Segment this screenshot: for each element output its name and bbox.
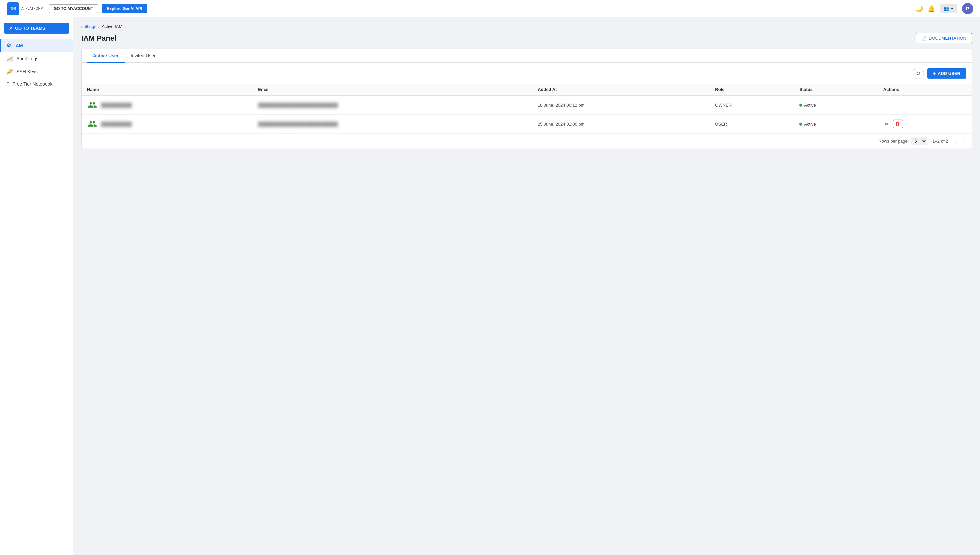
row2-status: Active xyxy=(794,115,878,133)
delete-button[interactable]: 🗑 xyxy=(893,120,903,128)
next-page-button[interactable]: › xyxy=(961,138,966,145)
sidebar-item-label-free-tier: Free Tier Notebook xyxy=(13,81,53,87)
table-row: ██████████ ██████████████████████████ 25… xyxy=(82,115,972,133)
logo: TIR AI PLATFORM xyxy=(6,2,43,15)
col-name: Name xyxy=(82,83,253,96)
sidebar-item-label-ssh-keys: SSH Keys xyxy=(16,69,38,74)
arrow-icon: ↗ xyxy=(9,26,12,30)
sidebar-item-label-iam: IAM xyxy=(14,43,23,48)
sidebar-item-free-tier[interactable]: F Free Tier Notebook xyxy=(0,78,73,90)
col-email: Email xyxy=(253,83,532,96)
sidebar: ↗ GO TO TEAMS ⚙ IAM 📈 Audit Logs 🔑 SSH K… xyxy=(0,17,73,555)
row2-email-text: ██████████████████████████ xyxy=(258,122,338,127)
header-right: 🌙 🔔 👥 ▾ P xyxy=(916,3,974,14)
edit-button[interactable]: ✏ xyxy=(883,120,890,128)
free-tier-icon: F xyxy=(6,81,9,87)
team-icon: 👥 xyxy=(944,6,949,11)
sidebar-item-label-audit-logs: Audit Logs xyxy=(16,56,39,61)
col-status: Status xyxy=(794,83,878,96)
table-body: ██████████ ██████████████████████████ 18… xyxy=(82,96,972,133)
refresh-button[interactable]: ↻ xyxy=(913,67,924,79)
sidebar-item-ssh-keys[interactable]: 🔑 SSH Keys xyxy=(0,65,73,78)
team-dropdown-icon: ▾ xyxy=(951,6,953,11)
iam-panel: Active User Invited User ↻ + ADD USER Na… xyxy=(81,49,972,149)
status-text: Active xyxy=(804,122,816,127)
table-toolbar: ↻ + ADD USER xyxy=(82,63,972,83)
col-actions: Actions xyxy=(878,83,972,96)
refresh-icon: ↻ xyxy=(916,70,921,77)
team-selector-button[interactable]: 👥 ▾ xyxy=(940,4,958,13)
row1-name: ██████████ xyxy=(82,96,253,115)
row1-email-text: ██████████████████████████ xyxy=(258,103,338,107)
row2-role: USER xyxy=(710,115,794,133)
doc-icon: 📄 xyxy=(921,36,927,41)
sidebar-item-iam[interactable]: ⚙ IAM xyxy=(0,39,73,52)
breadcrumb-separator: › xyxy=(98,24,100,29)
user-icon xyxy=(87,119,98,129)
logo-subtext: AI PLATFORM xyxy=(21,6,43,10)
ssh-keys-icon: 🔑 xyxy=(6,68,13,75)
page-info: 1–2 of 2 xyxy=(932,139,948,144)
page-navigation: ‹ › xyxy=(953,138,966,145)
row1-email: ██████████████████████████ xyxy=(253,96,532,115)
row2-name-text: ██████████ xyxy=(101,122,132,127)
iam-icon: ⚙ xyxy=(6,42,11,49)
row2-email: ██████████████████████████ xyxy=(253,115,532,133)
user-avatar[interactable]: P xyxy=(962,3,974,14)
row1-actions xyxy=(878,96,972,115)
users-table: Name Email Added At Role Status Actions xyxy=(82,83,972,133)
audit-logs-icon: 📈 xyxy=(6,55,13,62)
tabs-bar: Active User Invited User xyxy=(82,49,972,63)
add-user-button[interactable]: + ADD USER xyxy=(927,68,967,79)
status-dot xyxy=(799,104,802,107)
page-title: IAM Panel xyxy=(81,34,116,43)
bell-icon[interactable]: 🔔 xyxy=(928,5,935,12)
row1-added-at: 18 June, 2024 06:12 pm xyxy=(532,96,710,115)
row2-actions: ✏ 🗑 xyxy=(878,115,972,133)
table-row: ██████████ ██████████████████████████ 18… xyxy=(82,96,972,115)
prev-page-button[interactable]: ‹ xyxy=(953,138,959,145)
col-role: Role xyxy=(710,83,794,96)
sidebar-item-audit-logs[interactable]: 📈 Audit Logs xyxy=(0,52,73,65)
row1-role: OWNER xyxy=(710,96,794,115)
rows-per-page: Rows per page: 5 10 25 xyxy=(878,137,927,145)
go-to-myaccount-button[interactable]: GO TO MYACCOUNT xyxy=(49,4,98,13)
rows-per-page-select[interactable]: 5 10 25 xyxy=(911,137,927,145)
breadcrumb-parent[interactable]: settings xyxy=(81,24,96,29)
page-header: IAM Panel 📄 DOCUMENTATION xyxy=(81,33,972,43)
breadcrumb-current: Active IAM xyxy=(102,24,122,29)
tab-active-user[interactable]: Active User xyxy=(87,49,125,63)
pagination: Rows per page: 5 10 25 1–2 of 2 ‹ › xyxy=(82,133,972,149)
logo-icon: TIR xyxy=(6,2,19,15)
main-content: settings › Active IAM IAM Panel 📄 DOCUME… xyxy=(73,17,980,555)
plus-icon: + xyxy=(933,71,936,76)
table-header: Name Email Added At Role Status Actions xyxy=(82,83,972,96)
col-added-at: Added At xyxy=(532,83,710,96)
header: TIR AI PLATFORM GO TO MYACCOUNT Explore … xyxy=(0,0,980,17)
go-to-teams-button[interactable]: ↗ GO TO TEAMS xyxy=(4,22,69,34)
dark-mode-icon[interactable]: 🌙 xyxy=(916,5,923,12)
trash-icon: 🗑 xyxy=(895,121,901,127)
status-text: Active xyxy=(804,103,816,107)
status-dot xyxy=(799,123,802,125)
row1-name-text: ██████████ xyxy=(101,103,132,107)
row2-added-at: 25 June, 2024 01:06 pm xyxy=(532,115,710,133)
row1-status: Active xyxy=(794,96,878,115)
breadcrumb: settings › Active IAM xyxy=(81,24,972,29)
layout: ↗ GO TO TEAMS ⚙ IAM 📈 Audit Logs 🔑 SSH K… xyxy=(0,17,980,555)
row2-name: ██████████ xyxy=(82,115,253,133)
documentation-button[interactable]: 📄 DOCUMENTATION xyxy=(916,33,972,43)
user-icon xyxy=(87,99,98,110)
rows-per-page-label: Rows per page: xyxy=(878,139,909,144)
tab-invited-user[interactable]: Invited User xyxy=(125,49,162,63)
explore-genai-button[interactable]: Explore GenAI API xyxy=(102,4,148,13)
